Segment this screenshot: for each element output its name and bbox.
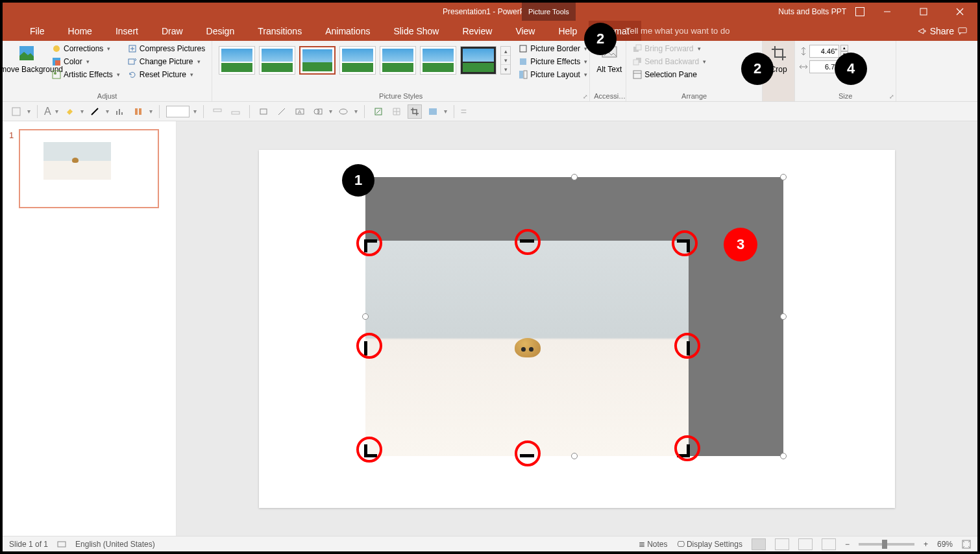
tab-review[interactable]: Review — [450, 21, 504, 41]
qa-crop-icon[interactable] — [408, 104, 422, 119]
svg-rect-15 — [519, 71, 523, 78]
style-thumb[interactable] — [460, 46, 496, 75]
qa-grid-icon[interactable] — [389, 104, 404, 119]
tab-transitions[interactable]: Transitions — [246, 21, 313, 41]
svg-rect-12 — [129, 59, 134, 64]
selection-handle[interactable] — [571, 453, 578, 459]
tab-insert[interactable]: Insert — [104, 21, 150, 41]
picture-styles-gallery[interactable]: ▴▾▾ — [216, 42, 513, 78]
slide-canvas[interactable]: 1 3 — [177, 121, 977, 536]
qa-line-icon[interactable] — [275, 104, 289, 119]
ribbon-options-icon[interactable] — [855, 7, 864, 16]
qa-shapes-icon[interactable] — [311, 104, 325, 119]
gallery-more-button[interactable]: ▴▾▾ — [500, 46, 511, 75]
zoom-in-button[interactable]: + — [924, 540, 928, 549]
style-thumb[interactable] — [339, 46, 376, 75]
color-button[interactable]: Color — [49, 55, 123, 68]
contextual-tab-label: Picture Tools — [522, 3, 576, 21]
change-picture-button[interactable]: Change Picture — [125, 55, 208, 68]
qa-chart-icon[interactable] — [113, 104, 127, 119]
style-thumb[interactable] — [219, 46, 255, 75]
tab-help[interactable]: Help — [546, 21, 589, 41]
qa-swatch[interactable] — [166, 106, 190, 117]
share-button[interactable]: Share — [930, 26, 954, 36]
picture-layout-button[interactable]: Picture Layout — [516, 68, 590, 81]
style-thumb-selected[interactable] — [299, 46, 336, 75]
style-thumb[interactable] — [380, 46, 416, 75]
qa-outline-icon[interactable] — [88, 104, 102, 119]
style-thumb[interactable] — [420, 46, 456, 75]
share-icon — [917, 27, 926, 36]
display-settings-button[interactable]: 🖵 Display Settings — [677, 540, 742, 549]
bring-forward-button[interactable]: Bring Forward — [630, 42, 709, 55]
qa-fill-icon[interactable] — [62, 104, 77, 119]
tab-animations[interactable]: Animations — [313, 21, 382, 41]
maximize-button[interactable] — [910, 8, 937, 16]
tell-me-input[interactable]: Tell me what you want to do — [626, 26, 729, 36]
annotation-circle — [515, 440, 541, 466]
view-slideshow-button[interactable] — [822, 538, 836, 550]
selection-handle[interactable] — [362, 313, 369, 320]
compress-pictures-button[interactable]: Compress Pictures — [125, 42, 208, 55]
account-name: Nuts and Bolts PPT — [778, 7, 846, 16]
artistic-effects-button[interactable]: Artistic Effects — [49, 68, 123, 81]
qa-rect-icon[interactable] — [256, 104, 271, 119]
annotation-circle — [674, 435, 700, 461]
size-launcher-icon[interactable]: ⤢ — [889, 93, 894, 100]
tab-slideshow[interactable]: Slide Show — [382, 21, 450, 41]
spellcheck-icon[interactable] — [57, 540, 66, 549]
qa-edit-icon[interactable] — [371, 104, 386, 119]
zoom-slider[interactable] — [859, 543, 914, 546]
ladybug-image — [515, 335, 543, 359]
selection-handle[interactable] — [571, 174, 578, 180]
group-launcher-icon[interactable]: ⤢ — [583, 93, 588, 100]
crop-region[interactable] — [365, 241, 689, 456]
app-window: Presentation1 - PowerPoint Picture Tools… — [0, 0, 980, 554]
selection-pane-button[interactable]: Selection Pane — [630, 68, 709, 81]
qa-btn[interactable] — [210, 104, 225, 119]
zoom-value[interactable]: 69% — [937, 540, 953, 549]
selection-handle[interactable] — [780, 174, 787, 180]
annotation-badge-2b: 2 — [741, 53, 774, 85]
tab-home[interactable]: Home — [56, 21, 104, 41]
close-button[interactable] — [946, 8, 974, 16]
language-label[interactable]: English (United States) — [75, 540, 155, 549]
svg-line-30 — [278, 108, 285, 115]
view-normal-button[interactable] — [752, 538, 766, 550]
view-sorter-button[interactable] — [775, 538, 789, 550]
send-backward-button[interactable]: Send Backward — [630, 55, 709, 68]
comments-icon[interactable] — [958, 27, 967, 36]
tab-design[interactable]: Design — [195, 21, 247, 41]
qa-pic-icon[interactable] — [426, 104, 440, 119]
tab-view[interactable]: View — [504, 21, 546, 41]
picture-effects-button[interactable]: Picture Effects — [516, 55, 590, 68]
notes-button[interactable]: ≣ Notes — [639, 540, 668, 549]
tab-file[interactable]: File — [18, 21, 56, 41]
annotation-badge-2: 2 — [584, 23, 617, 55]
qa-button[interactable] — [9, 104, 23, 119]
remove-background-button[interactable]: Remove Background — [6, 42, 47, 76]
slide-thumbnail-1[interactable] — [19, 129, 159, 208]
slide-indicator: Slide 1 of 1 — [9, 540, 48, 549]
fit-to-window-icon[interactable] — [962, 540, 971, 549]
view-reading-button[interactable] — [798, 538, 813, 550]
qa-btn[interactable] — [228, 104, 243, 119]
svg-rect-4 — [959, 27, 966, 32]
reset-picture-button[interactable]: Reset Picture — [125, 68, 208, 81]
picture-border-button[interactable]: Picture Border — [516, 42, 590, 55]
height-input[interactable] — [809, 45, 839, 58]
slide-panel[interactable]: 1 — [3, 121, 177, 536]
selected-picture[interactable] — [365, 177, 783, 456]
tab-draw[interactable]: Draw — [150, 21, 195, 41]
annotation-circle — [672, 230, 698, 256]
qa-textbox-icon[interactable]: A — [293, 104, 307, 119]
style-thumb[interactable] — [259, 46, 295, 75]
annotation-badge-3: 3 — [724, 228, 757, 261]
qa-oval-icon[interactable] — [336, 104, 350, 119]
qa-align-icon[interactable] — [131, 104, 145, 119]
minimize-button[interactable] — [874, 8, 901, 16]
corrections-button[interactable]: Corrections — [49, 42, 123, 55]
zoom-out-button[interactable]: − — [845, 540, 850, 549]
selection-handle[interactable] — [780, 453, 787, 459]
selection-handle[interactable] — [780, 313, 787, 320]
